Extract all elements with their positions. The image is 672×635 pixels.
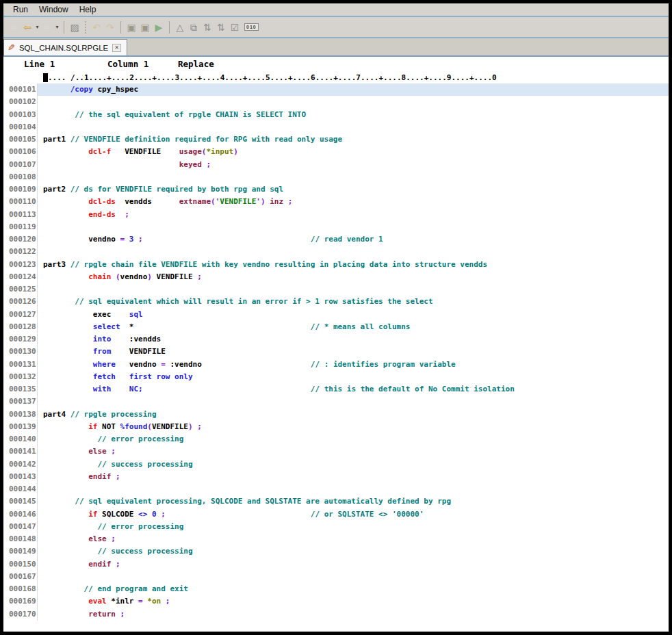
nav-back-disabled-icon[interactable]: ⇦ bbox=[7, 21, 21, 34]
code-line-text[interactable]: return ; bbox=[38, 608, 669, 621]
nav-forward-disabled-icon[interactable]: ⇨ bbox=[40, 21, 54, 34]
last-edit-location-icon[interactable]: ▨ bbox=[68, 21, 81, 34]
code-line[interactable]: 000147 // error processing bbox=[3, 521, 669, 533]
code-line-text[interactable]: chain (vendno) VENDFILE ; bbox=[38, 271, 669, 283]
menu-item-run[interactable]: Run bbox=[8, 5, 34, 14]
editor-area[interactable]: Line 1 Column 1 Replace .... /..1....+..… bbox=[3, 57, 669, 632]
code-line[interactable]: 000123part3 // rpgle chain file VENDFILE… bbox=[3, 259, 669, 271]
nav-back-menu-icon[interactable]: ▾ bbox=[34, 21, 40, 34]
code-line-text[interactable]: part4 // rpgle processing bbox=[38, 409, 669, 421]
code-area[interactable]: 000101 /copy cpy_hspec000102000103 // th… bbox=[3, 83, 669, 621]
code-line[interactable]: 000167 bbox=[3, 571, 669, 583]
code-line-text[interactable] bbox=[38, 571, 669, 583]
code-line-text[interactable] bbox=[38, 483, 669, 495]
compare-icon[interactable]: △ bbox=[173, 21, 187, 34]
code-line[interactable]: 000130 from VENDFILE bbox=[3, 346, 669, 358]
menu-item-window[interactable]: Window bbox=[34, 5, 74, 14]
code-line-text[interactable]: from VENDFILE bbox=[38, 346, 669, 358]
code-line[interactable]: 000131 where vendno = :vendno // : ident… bbox=[3, 359, 669, 371]
verify-icon[interactable]: ☑ bbox=[228, 21, 242, 34]
run-icon[interactable]: ▶ bbox=[152, 21, 166, 34]
code-line-text[interactable] bbox=[38, 221, 669, 233]
code-line-text[interactable]: endif ; bbox=[38, 558, 669, 571]
code-line[interactable]: 000144 bbox=[3, 483, 669, 495]
code-line-text[interactable]: if SQLCODE <> 0 ; // or SQLSTATE <> '000… bbox=[38, 508, 669, 521]
code-line[interactable]: 000149 // success processing bbox=[3, 545, 669, 558]
undo-icon[interactable]: ↶ bbox=[90, 21, 103, 34]
code-line-text[interactable]: if NOT %found(VENDFILE) ; bbox=[38, 421, 669, 433]
code-line-text[interactable] bbox=[38, 246, 669, 258]
code-line-text[interactable]: part1 // VENDFILE definition required fo… bbox=[38, 133, 669, 146]
menu-item-help[interactable]: Help bbox=[74, 5, 102, 14]
code-line-text[interactable]: dcl-f VENDFILE usage(*input) bbox=[38, 146, 669, 158]
code-line-text[interactable] bbox=[38, 283, 669, 296]
code-line-text[interactable]: dcl-ds vendds extname('VENDFILE') inz ; bbox=[38, 196, 669, 208]
code-line-text[interactable]: /copy cpy_hspec bbox=[38, 83, 669, 96]
code-line[interactable]: 000169 eval *inlr = *on ; bbox=[3, 595, 669, 608]
code-line[interactable]: 000148 else ; bbox=[3, 533, 669, 545]
tab-sql-chain[interactable]: ✎ SQL_CHAIN.SQLRPGLE ✕ bbox=[3, 39, 127, 55]
code-line-text[interactable] bbox=[38, 396, 669, 408]
code-line-text[interactable]: part2 // ds for VENDFILE required by bot… bbox=[38, 183, 669, 196]
code-line-text[interactable]: with NC; // this is the default of No Co… bbox=[38, 383, 669, 396]
code-line[interactable]: 000126 // sql equivalent which will resu… bbox=[3, 296, 669, 308]
code-line[interactable]: 000132 fetch first row only bbox=[3, 371, 669, 383]
code-line-text[interactable]: // success processing bbox=[38, 458, 669, 471]
redo-icon[interactable]: ↷ bbox=[103, 21, 117, 34]
code-line[interactable]: 000141 else ; bbox=[3, 445, 669, 458]
code-line-text[interactable]: end-ds ; bbox=[38, 209, 669, 221]
row-updown-icon[interactable]: ⇅ bbox=[214, 21, 228, 34]
hierarchy-icon[interactable]: ⧉ bbox=[187, 21, 201, 34]
code-line-text[interactable]: where vendno = :vendno // : identifies p… bbox=[38, 359, 669, 371]
code-line[interactable]: 000138part4 // rpgle processing bbox=[3, 409, 669, 421]
code-line-text[interactable]: keyed ; bbox=[38, 159, 669, 171]
code-line[interactable]: 000119 bbox=[3, 221, 669, 233]
code-line[interactable]: 000101 /copy cpy_hspec bbox=[3, 83, 669, 96]
tab-close-icon[interactable]: ✕ bbox=[112, 44, 121, 52]
suspend-icon[interactable]: ▣ bbox=[125, 21, 138, 34]
code-line[interactable]: 000122 bbox=[3, 246, 669, 258]
code-line-text[interactable]: // error processing bbox=[38, 433, 669, 445]
code-line-text[interactable]: into :vendds bbox=[38, 333, 669, 346]
column-updown-icon[interactable]: ⇅ bbox=[201, 21, 214, 34]
code-line[interactable]: 000113 end-ds ; bbox=[3, 209, 669, 221]
code-line[interactable]: 000110 dcl-ds vendds extname('VENDFILE')… bbox=[3, 196, 669, 208]
code-line[interactable]: 000105part1 // VENDFILE definition requi… bbox=[3, 133, 669, 146]
nav-back-icon[interactable]: ⇦ bbox=[21, 21, 34, 34]
code-line-text[interactable]: // sql equivalent which will result in a… bbox=[38, 296, 669, 308]
code-line[interactable]: 000143 endif ; bbox=[3, 471, 669, 483]
code-line-text[interactable] bbox=[38, 121, 669, 133]
binary-view-icon[interactable]: 010 bbox=[244, 23, 259, 31]
code-line[interactable]: 000127 exec sql bbox=[3, 309, 669, 321]
code-line-text[interactable]: // sql equivalent processing, SQLCODE an… bbox=[38, 495, 669, 508]
code-line-text[interactable]: vendno = 3 ; // read vendor 1 bbox=[38, 233, 669, 246]
code-line-text[interactable]: else ; bbox=[38, 533, 669, 545]
code-line-text[interactable]: endif ; bbox=[38, 471, 669, 483]
code-line[interactable]: 000135 with NC; // this is the default o… bbox=[3, 383, 669, 396]
code-line-text[interactable]: eval *inlr = *on ; bbox=[38, 595, 669, 608]
code-line[interactable]: 000168 // end program and exit bbox=[3, 583, 669, 595]
code-line-text[interactable]: else ; bbox=[38, 445, 669, 458]
code-line[interactable]: 000137 bbox=[3, 396, 669, 408]
code-line[interactable]: 000104 bbox=[3, 121, 669, 133]
code-line[interactable]: 000125 bbox=[3, 283, 669, 296]
code-line-text[interactable]: fetch first row only bbox=[38, 371, 669, 383]
code-line-text[interactable]: // success processing bbox=[38, 545, 669, 558]
code-line[interactable]: 000103 // the sql equivalent of rpgle CH… bbox=[3, 109, 669, 121]
code-line[interactable]: 000140 // error processing bbox=[3, 433, 669, 445]
code-line[interactable]: 000102 bbox=[3, 96, 669, 108]
terminate-icon[interactable]: ▣ bbox=[138, 21, 152, 34]
code-line-text[interactable]: part3 // rpgle chain file VENDFILE with … bbox=[38, 259, 669, 271]
code-line-text[interactable]: // end program and exit bbox=[38, 583, 669, 595]
code-line[interactable]: 000128 select * // * means all columns bbox=[3, 321, 669, 333]
code-line[interactable]: 000145 // sql equivalent processing, SQL… bbox=[3, 495, 669, 508]
code-line-text[interactable]: exec sql bbox=[38, 309, 669, 321]
code-line[interactable]: 000129 into :vendds bbox=[3, 333, 669, 346]
code-line-text[interactable]: // error processing bbox=[38, 521, 669, 533]
code-line[interactable]: 000106 dcl-f VENDFILE usage(*input) bbox=[3, 146, 669, 158]
code-line[interactable]: 000124 chain (vendno) VENDFILE ; bbox=[3, 271, 669, 283]
code-line[interactable]: 000150 endif ; bbox=[3, 558, 669, 571]
code-line[interactable]: 000109part2 // ds for VENDFILE required … bbox=[3, 183, 669, 196]
code-line[interactable]: 000107 keyed ; bbox=[3, 159, 669, 171]
code-line[interactable]: 000139 if NOT %found(VENDFILE) ; bbox=[3, 421, 669, 433]
